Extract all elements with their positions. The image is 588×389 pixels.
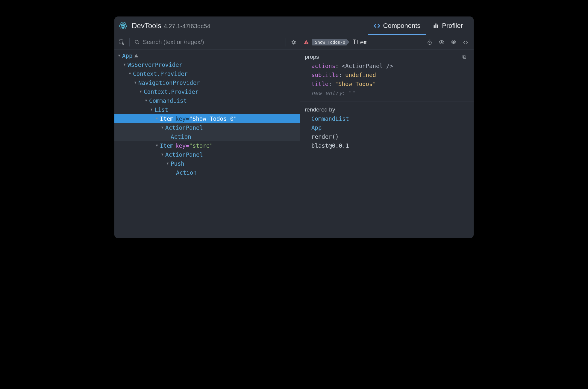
caret-icon[interactable]: ▼	[144, 96, 148, 105]
component-tree[interactable]: ▼App▼WsServerProvider▼Context.Provider▼N…	[114, 49, 300, 238]
tree-row[interactable]: ▼WsServerProvider	[114, 60, 300, 69]
tree-row[interactable]: ▼Context.Provider	[114, 69, 300, 78]
tree-row[interactable]: ▼CommandList	[114, 96, 300, 105]
svg-rect-6	[437, 24, 438, 28]
inspect-element-icon[interactable]	[117, 38, 126, 47]
caret-icon[interactable]: ▼	[139, 87, 143, 96]
caret-icon[interactable]: ▼	[117, 51, 121, 60]
props-section: props actions: <ActionPanel /> subtitle:…	[300, 49, 474, 102]
component-name: Context.Provider	[133, 69, 188, 78]
prop-row[interactable]: actions: <ActionPanel />	[305, 61, 469, 70]
app-title: DevTools	[132, 22, 161, 30]
caret-icon[interactable]: ▼	[155, 114, 159, 123]
tab-label: Components	[383, 22, 421, 30]
rendered-by-link[interactable]: CommandList	[305, 114, 469, 123]
svg-line-9	[138, 43, 139, 44]
tree-row[interactable]: ▼List	[114, 105, 300, 114]
svg-rect-16	[463, 55, 465, 58]
component-name: Item	[160, 141, 174, 150]
rendered-by-section: rendered by CommandList App render() bla…	[300, 102, 474, 154]
prop-row[interactable]: subtitle: undefined	[305, 70, 469, 79]
components-icon	[374, 22, 380, 29]
key-attr: key="Show Todos-0"	[175, 114, 237, 123]
component-name: ActionPanel	[165, 123, 203, 132]
svg-rect-15	[463, 56, 466, 58]
component-name: NavigationProvider	[138, 78, 200, 87]
tree-row[interactable]: ▼Context.Provider	[114, 87, 300, 96]
tree-row[interactable]: ▼Itemkey="Show Todos-0"	[114, 114, 300, 123]
key-attr: key="store"	[175, 141, 213, 150]
tree-row[interactable]: ▼ActionPanel	[114, 123, 300, 132]
caret-icon[interactable]: ▼	[123, 60, 126, 69]
rendered-by-item: render()	[305, 132, 469, 141]
caret-icon[interactable]: ▼	[155, 141, 159, 150]
rendered-by-link[interactable]: App	[305, 123, 469, 132]
eye-icon[interactable]	[437, 38, 446, 47]
app-version: 4.27.1-47f63dc54	[164, 23, 210, 30]
react-logo-icon	[119, 21, 128, 30]
tab-label: Profiler	[442, 22, 463, 30]
component-name: List	[154, 105, 168, 114]
section-title: props	[305, 52, 319, 61]
caret-icon[interactable]: ▼	[160, 150, 164, 159]
header-tabs: Components Profiler	[368, 16, 468, 35]
selection-header: Show Todos-0 Item	[300, 35, 474, 49]
component-name: Action	[176, 168, 197, 177]
devtools-window: DevTools 4.27.1-47f63dc54 Components Pro…	[114, 16, 474, 238]
caret-icon[interactable]: ▼	[166, 159, 169, 168]
svg-point-8	[135, 40, 138, 43]
caret-icon[interactable]: ▼	[160, 123, 164, 132]
tree-row[interactable]: ▼Itemkey="store"	[114, 141, 300, 150]
component-name: Action	[171, 132, 191, 141]
warning-icon	[304, 40, 309, 45]
prop-row[interactable]: title: "Show Todos"	[305, 79, 469, 88]
tree-row[interactable]: Action	[114, 132, 300, 141]
search-wrap	[133, 39, 283, 46]
bug-icon[interactable]	[449, 38, 458, 47]
search-input[interactable]	[143, 39, 283, 46]
profiler-icon	[433, 23, 439, 29]
breadcrumb-current: Item	[352, 39, 368, 46]
caret-icon[interactable]: ▼	[128, 69, 132, 78]
svg-point-0	[122, 25, 124, 26]
code-brackets-icon[interactable]	[461, 38, 470, 47]
section-title: rendered by	[305, 106, 335, 113]
caret-icon[interactable]: ▼	[150, 105, 153, 114]
tree-row[interactable]: ▼App	[114, 51, 300, 60]
caret-icon[interactable]: ▼	[134, 78, 137, 87]
gear-icon[interactable]	[289, 38, 298, 47]
prop-new-entry[interactable]: new entry: ""	[305, 88, 469, 97]
rendered-by-item: blast@0.0.1	[305, 141, 469, 150]
toolbar-separator	[129, 38, 130, 46]
component-name: Context.Provider	[144, 87, 198, 96]
component-name: ActionPanel	[165, 150, 203, 159]
breadcrumb-pill[interactable]: Show Todos-0	[312, 39, 349, 46]
warning-icon	[134, 54, 138, 58]
copy-icon[interactable]	[460, 52, 469, 61]
tree-row[interactable]: ▼ActionPanel	[114, 150, 300, 159]
tab-components[interactable]: Components	[368, 16, 426, 35]
tree-row[interactable]: ▼Push	[114, 159, 300, 168]
component-name: WsServerProvider	[128, 60, 182, 69]
left-toolbar	[114, 35, 300, 49]
tree-row[interactable]: Action	[114, 168, 300, 177]
stopwatch-icon[interactable]	[425, 38, 434, 47]
tree-row[interactable]: ▼NavigationProvider	[114, 78, 300, 87]
svg-rect-4	[434, 25, 435, 28]
header: DevTools 4.27.1-47f63dc54 Components Pro…	[114, 16, 474, 35]
component-name: CommandList	[149, 96, 187, 105]
toolbar-separator	[286, 38, 286, 46]
tab-profiler[interactable]: Profiler	[428, 16, 468, 35]
search-icon	[134, 39, 140, 46]
svg-rect-5	[436, 23, 437, 28]
component-name: App	[122, 51, 132, 60]
component-name: Item	[160, 114, 174, 123]
component-name: Push	[171, 159, 184, 168]
title-area: DevTools 4.27.1-47f63dc54	[132, 22, 364, 30]
svg-point-14	[452, 41, 455, 44]
svg-point-13	[441, 41, 442, 43]
